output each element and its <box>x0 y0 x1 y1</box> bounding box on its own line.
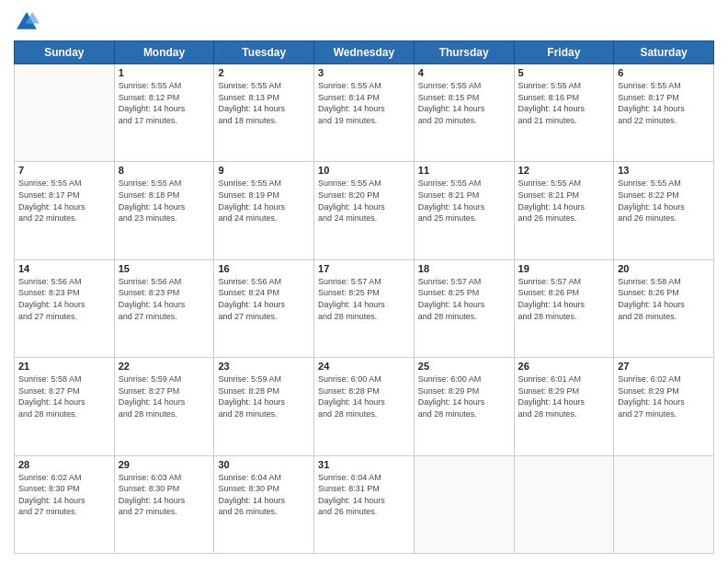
day-info: Sunrise: 5:55 AM Sunset: 8:15 PM Dayligh… <box>418 80 510 126</box>
calendar-cell: 19Sunrise: 5:57 AM Sunset: 8:26 PM Dayli… <box>514 259 614 357</box>
day-number: 4 <box>418 67 510 78</box>
calendar-cell <box>514 455 614 553</box>
day-number: 27 <box>618 361 710 372</box>
calendar-cell: 18Sunrise: 5:57 AM Sunset: 8:25 PM Dayli… <box>414 259 514 357</box>
calendar-cell: 14Sunrise: 5:56 AM Sunset: 8:23 PM Dayli… <box>15 259 115 357</box>
calendar-cell: 22Sunrise: 5:59 AM Sunset: 8:27 PM Dayli… <box>114 358 214 455</box>
day-number: 29 <box>119 459 210 470</box>
calendar-cell: 5Sunrise: 5:55 AM Sunset: 8:16 PM Daylig… <box>514 64 614 162</box>
calendar-cell: 15Sunrise: 5:56 AM Sunset: 8:23 PM Dayli… <box>114 259 214 357</box>
calendar-cell: 28Sunrise: 6:02 AM Sunset: 8:30 PM Dayli… <box>15 455 115 553</box>
day-info: Sunrise: 5:55 AM Sunset: 8:13 PM Dayligh… <box>218 80 310 126</box>
calendar-cell: 9Sunrise: 5:55 AM Sunset: 8:19 PM Daylig… <box>214 162 314 259</box>
calendar-cell: 13Sunrise: 5:55 AM Sunset: 8:22 PM Dayli… <box>614 162 714 259</box>
day-info: Sunrise: 5:55 AM Sunset: 8:14 PM Dayligh… <box>318 80 410 126</box>
day-info: Sunrise: 6:04 AM Sunset: 8:31 PM Dayligh… <box>318 472 410 518</box>
day-number: 16 <box>218 263 310 274</box>
page: SundayMondayTuesdayWednesdayThursdayFrid… <box>0 0 728 563</box>
day-number: 28 <box>18 459 110 470</box>
day-number: 17 <box>318 263 410 274</box>
day-number: 5 <box>518 67 610 78</box>
day-info: Sunrise: 5:55 AM Sunset: 8:19 PM Dayligh… <box>218 178 310 224</box>
weekday-header: Thursday <box>414 41 514 64</box>
day-number: 3 <box>318 67 410 78</box>
weekday-header: Monday <box>114 41 214 64</box>
day-number: 13 <box>618 165 710 176</box>
day-number: 21 <box>18 361 110 372</box>
calendar-cell: 30Sunrise: 6:04 AM Sunset: 8:30 PM Dayli… <box>214 455 314 553</box>
calendar-cell: 16Sunrise: 5:56 AM Sunset: 8:24 PM Dayli… <box>214 259 314 357</box>
calendar-week-row: 14Sunrise: 5:56 AM Sunset: 8:23 PM Dayli… <box>15 259 714 357</box>
calendar-cell: 26Sunrise: 6:01 AM Sunset: 8:29 PM Dayli… <box>514 358 614 455</box>
calendar-week-row: 21Sunrise: 5:58 AM Sunset: 8:27 PM Dayli… <box>15 358 714 455</box>
calendar-cell <box>614 455 714 553</box>
calendar-cell: 2Sunrise: 5:55 AM Sunset: 8:13 PM Daylig… <box>214 64 314 162</box>
day-info: Sunrise: 5:55 AM Sunset: 8:16 PM Dayligh… <box>518 80 610 126</box>
day-number: 2 <box>218 67 310 78</box>
day-number: 10 <box>318 165 410 176</box>
calendar-cell: 29Sunrise: 6:03 AM Sunset: 8:30 PM Dayli… <box>114 455 214 553</box>
calendar-cell: 11Sunrise: 5:55 AM Sunset: 8:21 PM Dayli… <box>414 162 514 259</box>
calendar-cell: 17Sunrise: 5:57 AM Sunset: 8:25 PM Dayli… <box>314 259 415 357</box>
day-number: 6 <box>618 67 710 78</box>
calendar-cell: 20Sunrise: 5:58 AM Sunset: 8:26 PM Dayli… <box>614 259 714 357</box>
calendar-cell: 4Sunrise: 5:55 AM Sunset: 8:15 PM Daylig… <box>414 64 514 162</box>
day-info: Sunrise: 5:57 AM Sunset: 8:25 PM Dayligh… <box>418 276 510 322</box>
day-info: Sunrise: 5:57 AM Sunset: 8:26 PM Dayligh… <box>518 276 610 322</box>
weekday-header: Wednesday <box>314 41 415 64</box>
day-info: Sunrise: 6:00 AM Sunset: 8:29 PM Dayligh… <box>418 373 510 419</box>
weekday-header: Saturday <box>614 41 714 64</box>
day-number: 20 <box>618 263 710 274</box>
weekday-header: Tuesday <box>214 41 314 64</box>
day-number: 1 <box>119 67 210 78</box>
day-info: Sunrise: 6:00 AM Sunset: 8:28 PM Dayligh… <box>318 373 410 419</box>
calendar-cell: 8Sunrise: 5:55 AM Sunset: 8:18 PM Daylig… <box>114 162 214 259</box>
day-info: Sunrise: 6:02 AM Sunset: 8:29 PM Dayligh… <box>618 373 710 419</box>
day-number: 18 <box>418 263 510 274</box>
calendar-cell: 7Sunrise: 5:55 AM Sunset: 8:17 PM Daylig… <box>15 162 115 259</box>
calendar-cell: 23Sunrise: 5:59 AM Sunset: 8:28 PM Dayli… <box>214 358 314 455</box>
day-number: 26 <box>518 361 610 372</box>
day-info: Sunrise: 5:55 AM Sunset: 8:17 PM Dayligh… <box>618 80 710 126</box>
day-number: 15 <box>119 263 210 274</box>
header <box>14 9 714 35</box>
calendar-cell: 24Sunrise: 6:00 AM Sunset: 8:28 PM Dayli… <box>314 358 415 455</box>
day-info: Sunrise: 5:57 AM Sunset: 8:25 PM Dayligh… <box>318 276 410 322</box>
calendar-cell: 1Sunrise: 5:55 AM Sunset: 8:12 PM Daylig… <box>114 64 214 162</box>
calendar-cell <box>414 455 514 553</box>
calendar-cell <box>15 64 115 162</box>
calendar-cell: 31Sunrise: 6:04 AM Sunset: 8:31 PM Dayli… <box>314 455 415 553</box>
day-info: Sunrise: 6:03 AM Sunset: 8:30 PM Dayligh… <box>119 472 210 518</box>
day-number: 23 <box>218 361 310 372</box>
calendar-cell: 3Sunrise: 5:55 AM Sunset: 8:14 PM Daylig… <box>314 64 415 162</box>
day-number: 24 <box>318 361 410 372</box>
day-number: 31 <box>318 459 410 470</box>
day-info: Sunrise: 5:58 AM Sunset: 8:26 PM Dayligh… <box>618 276 710 322</box>
day-info: Sunrise: 5:55 AM Sunset: 8:21 PM Dayligh… <box>418 178 510 224</box>
day-number: 8 <box>119 165 210 176</box>
calendar-cell: 10Sunrise: 5:55 AM Sunset: 8:20 PM Dayli… <box>314 162 415 259</box>
day-info: Sunrise: 6:02 AM Sunset: 8:30 PM Dayligh… <box>18 472 110 518</box>
day-number: 25 <box>418 361 510 372</box>
calendar-cell: 6Sunrise: 5:55 AM Sunset: 8:17 PM Daylig… <box>614 64 714 162</box>
day-number: 11 <box>418 165 510 176</box>
calendar-cell: 21Sunrise: 5:58 AM Sunset: 8:27 PM Dayli… <box>15 358 115 455</box>
day-info: Sunrise: 5:56 AM Sunset: 8:24 PM Dayligh… <box>218 276 310 322</box>
calendar-week-row: 1Sunrise: 5:55 AM Sunset: 8:12 PM Daylig… <box>15 64 714 162</box>
day-number: 7 <box>18 165 110 176</box>
logo-icon <box>14 9 40 35</box>
calendar-week-row: 7Sunrise: 5:55 AM Sunset: 8:17 PM Daylig… <box>15 162 714 259</box>
day-number: 19 <box>518 263 610 274</box>
day-info: Sunrise: 5:56 AM Sunset: 8:23 PM Dayligh… <box>119 276 210 322</box>
calendar-table: SundayMondayTuesdayWednesdayThursdayFrid… <box>14 40 714 554</box>
day-number: 12 <box>518 165 610 176</box>
calendar-week-row: 28Sunrise: 6:02 AM Sunset: 8:30 PM Dayli… <box>15 455 714 553</box>
day-info: Sunrise: 5:55 AM Sunset: 8:20 PM Dayligh… <box>318 178 410 224</box>
day-info: Sunrise: 5:55 AM Sunset: 8:18 PM Dayligh… <box>119 178 210 224</box>
day-number: 22 <box>119 361 210 372</box>
logo <box>14 9 43 35</box>
calendar-cell: 27Sunrise: 6:02 AM Sunset: 8:29 PM Dayli… <box>614 358 714 455</box>
calendar-cell: 12Sunrise: 5:55 AM Sunset: 8:21 PM Dayli… <box>514 162 614 259</box>
day-info: Sunrise: 5:59 AM Sunset: 8:27 PM Dayligh… <box>119 373 210 419</box>
day-info: Sunrise: 5:55 AM Sunset: 8:22 PM Dayligh… <box>618 178 710 224</box>
